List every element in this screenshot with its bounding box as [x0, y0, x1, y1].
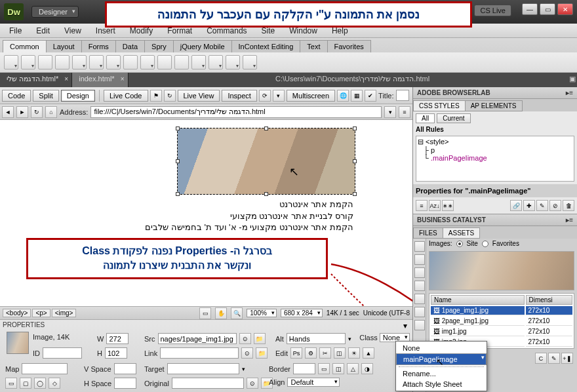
- css-styles-tab[interactable]: CSS STYLES: [413, 100, 466, 111]
- nav-home-icon[interactable]: ⌂: [45, 106, 57, 118]
- class-attach[interactable]: Attach Style Sheet: [396, 379, 487, 389]
- vspace-input[interactable]: [114, 363, 136, 374]
- maximize-button[interactable]: ▭: [540, 3, 555, 15]
- class-option-none[interactable]: None: [396, 343, 487, 353]
- multiscreen-button[interactable]: Multiscreen: [287, 90, 335, 102]
- refresh-icon[interactable]: ↻: [164, 90, 176, 102]
- asset-urls-icon[interactable]: [414, 267, 425, 278]
- minimize-button[interactable]: —: [522, 3, 538, 15]
- address-list-icon[interactable]: ≡: [399, 106, 410, 118]
- nav-refresh-icon[interactable]: ↻: [31, 106, 43, 118]
- insert-media-icon[interactable]: [106, 55, 121, 69]
- target-input[interactable]: [167, 363, 239, 374]
- business-catalyst-header[interactable]: BUSINESS CATALYST▸≡: [413, 214, 577, 225]
- view-design-button[interactable]: Design: [61, 90, 95, 102]
- new-rule-icon[interactable]: ✚: [523, 200, 535, 211]
- edit-settings-icon[interactable]: ⚙: [305, 347, 317, 359]
- visual-aids-icon[interactable]: ▦: [351, 90, 363, 102]
- insert-comment-icon[interactable]: [174, 55, 189, 69]
- ap-elements-tab[interactable]: AP ELEMENTS: [465, 100, 523, 111]
- sharpen-icon[interactable]: ▲: [363, 347, 374, 359]
- insert-tab-spry[interactable]: Spry: [144, 40, 174, 52]
- pointer-hotspot-icon[interactable]: ▭: [5, 378, 17, 389]
- col-dim[interactable]: Dimensi: [526, 295, 573, 305]
- insert-table-icon[interactable]: [55, 55, 70, 69]
- close-icon[interactable]: ×: [64, 75, 68, 83]
- col-name[interactable]: Name: [431, 295, 525, 305]
- files-tab[interactable]: FILES: [413, 227, 443, 239]
- css-current-button[interactable]: Current: [437, 113, 470, 123]
- css-all-button[interactable]: All: [416, 113, 435, 123]
- insert-tab-jquery[interactable]: jQuery Mobile: [173, 40, 232, 52]
- point-to-file-icon[interactable]: ⊙: [239, 333, 251, 344]
- insert-tab-common[interactable]: Common: [3, 40, 47, 52]
- crop-icon[interactable]: ✂: [319, 347, 331, 359]
- tag-selector[interactable]: <body><p><img>: [3, 309, 77, 317]
- doc-tab-0[interactable]: הדגמה שלי.html*×: [0, 73, 72, 87]
- resample-icon[interactable]: ◫: [334, 347, 346, 359]
- insert-hyperlink-icon[interactable]: [4, 55, 18, 69]
- rect-hotspot-icon[interactable]: ▢: [20, 378, 31, 389]
- insert-script-icon[interactable]: [209, 55, 223, 69]
- insert-tab-layout[interactable]: Layout: [46, 40, 82, 52]
- link-input[interactable]: [160, 347, 239, 359]
- w-input[interactable]: [106, 333, 129, 344]
- asset-row[interactable]: 🖼 img1.jpg272x10: [431, 327, 572, 336]
- properties-collapse-icon[interactable]: ▾: [403, 321, 407, 330]
- asset-templates-icon[interactable]: [414, 307, 425, 317]
- menu-file[interactable]: File: [3, 25, 28, 37]
- id-input[interactable]: [43, 347, 82, 359]
- live-view-button[interactable]: Live View: [178, 90, 220, 102]
- insert-tab-forms[interactable]: Forms: [81, 40, 116, 52]
- site-radio[interactable]: [456, 241, 463, 247]
- selected-image[interactable]: ↖: [177, 128, 355, 195]
- assets-tab[interactable]: ASSETS: [443, 227, 480, 239]
- map-input[interactable]: [22, 363, 68, 374]
- view-code-button[interactable]: Code: [2, 90, 31, 102]
- asset-scripts-icon[interactable]: [414, 294, 425, 304]
- nav-back-icon[interactable]: ◄: [2, 106, 14, 118]
- insert-date-icon[interactable]: [140, 55, 155, 69]
- insert-tab-incontext[interactable]: InContext Editing: [231, 40, 301, 52]
- insert-div-icon[interactable]: [72, 55, 87, 69]
- menu-view[interactable]: View: [58, 25, 88, 37]
- insert-head-icon[interactable]: [191, 55, 206, 69]
- zoom-tool-icon[interactable]: 🔍: [231, 307, 243, 319]
- doc-tab-1[interactable]: index.html*×: [72, 73, 128, 87]
- browse-icon[interactable]: 📁: [256, 347, 268, 359]
- workspace-layout-dropdown[interactable]: Designer: [31, 6, 79, 18]
- insert-tab-data[interactable]: Data: [115, 40, 145, 52]
- class-rename[interactable]: Rename...: [396, 368, 487, 379]
- border-tool4-icon[interactable]: ◑: [361, 363, 373, 374]
- refresh-assets-icon[interactable]: C: [535, 353, 547, 364]
- disable-rule-icon[interactable]: ⊘: [549, 200, 561, 211]
- menu-edit[interactable]: Edit: [30, 25, 56, 37]
- alt-input[interactable]: [287, 333, 346, 344]
- live-code-button[interactable]: Live Code: [104, 90, 148, 102]
- insert-image-icon[interactable]: [89, 55, 104, 69]
- insert-tab-text[interactable]: Text: [300, 40, 327, 52]
- page-title-input[interactable]: [396, 90, 409, 101]
- preview-icon[interactable]: 🌐: [337, 90, 349, 102]
- css-set-icon[interactable]: ∗∗: [442, 200, 454, 211]
- favorites-radio[interactable]: [482, 241, 488, 247]
- insert-tab-favorites[interactable]: Favorites: [327, 40, 371, 52]
- browse-icon[interactable]: 📁: [254, 333, 266, 344]
- collapse-doc-icon[interactable]: ▣: [569, 75, 576, 83]
- asset-library-icon[interactable]: [414, 320, 425, 330]
- insert-email-icon[interactable]: [21, 55, 35, 69]
- brightness-icon[interactable]: ☀: [348, 347, 360, 359]
- poly-hotspot-icon[interactable]: ◇: [49, 378, 60, 389]
- inspect-button[interactable]: Inspect: [222, 90, 256, 102]
- point-to-file-icon[interactable]: ⊙: [241, 347, 253, 359]
- edit-rule-icon[interactable]: ✎: [536, 200, 548, 211]
- close-icon[interactable]: ×: [121, 75, 125, 83]
- insert-anchor-icon[interactable]: [38, 55, 52, 69]
- align-select[interactable]: Default: [287, 378, 340, 387]
- border-tool-icon[interactable]: ▭: [318, 363, 330, 374]
- view-split-button[interactable]: Split: [33, 90, 58, 102]
- asset-row[interactable]: 🖼 1page_img1.jpg272x10: [431, 306, 572, 315]
- attach-css-icon[interactable]: 🔗: [510, 200, 522, 211]
- css-rules-tree[interactable]: ⊟ <style> ├ p └ .mainPageIimage: [416, 136, 574, 182]
- nav-fwd-icon[interactable]: ►: [16, 106, 28, 118]
